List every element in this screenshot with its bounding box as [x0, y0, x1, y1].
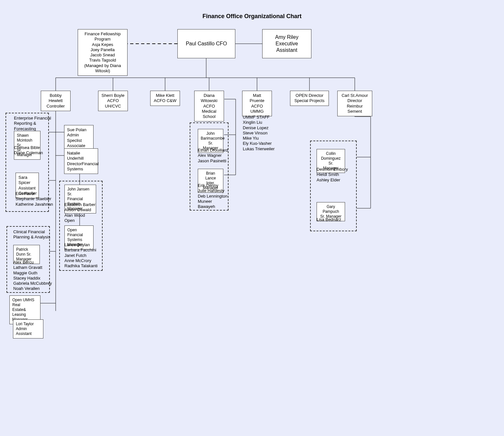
- diana-members2: Erik Denny Juile Hardesty Deb Lennington…: [198, 183, 228, 209]
- diana-box: Diana Witowski ACFO Medical School: [194, 91, 224, 121]
- natalie-box: Natalie Underhill DirectorFinancial Syst…: [64, 148, 98, 174]
- efrf-members: Chelsea Bible Diane Coleman: [14, 145, 43, 156]
- ummf-staff: UMMF STAFF Xinglin Liu Denise Lopez Stev…: [243, 115, 274, 152]
- cfo-box: Paul Castillo CFO: [177, 29, 235, 58]
- fellowship-l2: Asja Kepes: [81, 42, 125, 47]
- ea-l1: Amy Riley: [275, 34, 298, 40]
- sara-members: Erin Favor Stephanie Staebler Katherine …: [16, 191, 53, 207]
- open-director-box: OPEN Director Special Projects: [290, 91, 329, 106]
- sherri-box: Sherri Boyle ACFO UH/CVC: [98, 91, 128, 111]
- cfpa-header: Clinical Financial Planning & Analysis: [13, 229, 50, 240]
- fellowship-l6: (Managed by Diana Witoski): [81, 63, 125, 74]
- carl-members2: Lisa Bednarz: [317, 217, 341, 222]
- cfpa-members: Alex Bercu Latham Gravatt Maggie Guth St…: [13, 260, 52, 292]
- fellowship-l5: Travis Tagsold: [81, 58, 125, 63]
- ea-l2: Executive Assistant: [266, 40, 308, 53]
- sue-polan-box: Sue Polan Admin Speclist Associate: [64, 125, 94, 151]
- ea-box: Amy Riley Executive Assistant: [262, 29, 311, 58]
- natalie-members2: Lance Boylan Barbara Facchini Janet Futc…: [64, 242, 97, 269]
- natalie-members1: Elizabeth Barber Alison Oswald Alan Wood…: [64, 202, 95, 223]
- org-chart-canvas: Finance Office Organizational Chart: [0, 0, 504, 436]
- fellowship-box: Finance Fellowship Program Asja Kepes Jo…: [78, 29, 128, 76]
- fellowship-l1: Finance Fellowship Program: [81, 31, 125, 42]
- efrf-header: Enterprise Financial Reporting & Forecas…: [14, 116, 51, 132]
- diana-members1: Ethan Drouillard Alex Wagner Jason Pasin…: [198, 148, 228, 164]
- matt-box: Matt Pruente ACFO UMMG: [242, 91, 272, 116]
- fellowship-l3: Joey Panella: [81, 47, 125, 52]
- controller-box: Bobby Hewlett Controller: [41, 91, 71, 111]
- lori-box: Lori Taylor Admin Assistant: [13, 319, 43, 338]
- fellowship-l4: Jacob Snead: [81, 52, 125, 58]
- cfo-label: Paul Castillo CFO: [186, 40, 227, 47]
- carl-box: Carl St.Amour Director Reimbur Sement: [337, 91, 372, 116]
- chart-title: Finance Office Organizational Chart: [0, 13, 504, 20]
- mike-box: Mike Klett ACFO C&W: [150, 91, 180, 106]
- carl-members1: Desmon Embory Hieldl Smith Ashley Elder: [317, 167, 348, 183]
